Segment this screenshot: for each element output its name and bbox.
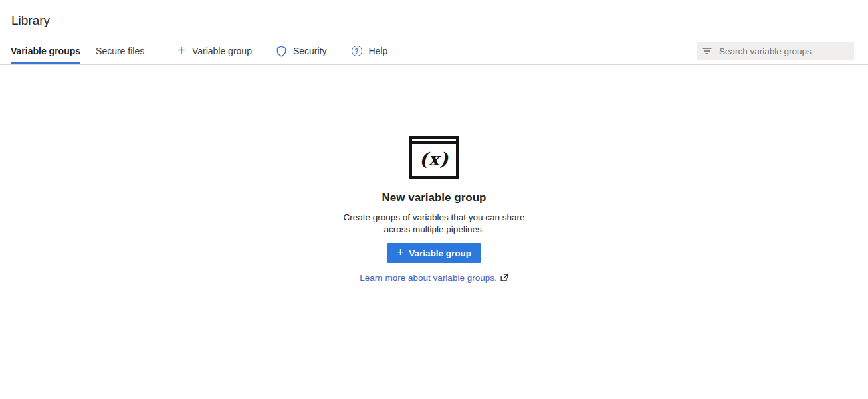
tab-toolbar-row: Variable groups Secure files + Variable … bbox=[0, 38, 868, 65]
empty-state-description-line2: across multiple pipelines. bbox=[0, 224, 868, 236]
tab-variable-groups[interactable]: Variable groups bbox=[11, 38, 80, 64]
tab-variable-groups-label: Variable groups bbox=[11, 46, 80, 56]
add-variable-group-toolbar-label: Variable group bbox=[192, 46, 252, 56]
page-header: Library bbox=[0, 0, 868, 29]
search-input[interactable] bbox=[719, 46, 849, 56]
search-box[interactable] bbox=[697, 42, 854, 60]
empty-state-description-line1: Create groups of variables that you can … bbox=[0, 212, 868, 224]
create-variable-group-button-label: Variable group bbox=[409, 248, 471, 258]
security-button[interactable]: Security bbox=[271, 42, 333, 61]
toolbar-divider bbox=[162, 43, 162, 59]
filter-icon bbox=[702, 47, 712, 55]
tab-secure-files[interactable]: Secure files bbox=[96, 38, 144, 64]
tab-secure-files-label: Secure files bbox=[96, 46, 144, 56]
empty-state: (x) New variable group Create groups of … bbox=[0, 136, 868, 283]
security-label: Security bbox=[293, 46, 327, 56]
empty-state-title: New variable group bbox=[0, 191, 868, 204]
learn-more-row: Learn more about variable groups. bbox=[0, 272, 868, 283]
page-title: Library bbox=[11, 13, 857, 29]
add-variable-group-toolbar-button[interactable]: + Variable group bbox=[171, 42, 258, 60]
help-label: Help bbox=[369, 46, 388, 56]
toolbar: + Variable group Security ? Help bbox=[171, 42, 393, 61]
empty-state-description: Create groups of variables that you can … bbox=[0, 212, 868, 235]
help-icon: ? bbox=[352, 46, 362, 56]
help-button[interactable]: ? Help bbox=[346, 42, 394, 60]
variable-group-icon: (x) bbox=[409, 136, 459, 179]
library-page: Library Variable groups Secure files + V… bbox=[0, 0, 868, 399]
plus-icon: + bbox=[177, 45, 185, 56]
variable-group-icon-titlebar bbox=[412, 139, 456, 144]
shield-icon bbox=[276, 46, 286, 57]
create-variable-group-button[interactable]: + Variable group bbox=[387, 243, 481, 263]
variable-group-icon-glyph: (x) bbox=[412, 144, 456, 176]
external-link-icon bbox=[500, 272, 508, 284]
plus-icon: + bbox=[397, 248, 404, 257]
learn-more-link[interactable]: Learn more about variable groups. bbox=[360, 273, 496, 283]
